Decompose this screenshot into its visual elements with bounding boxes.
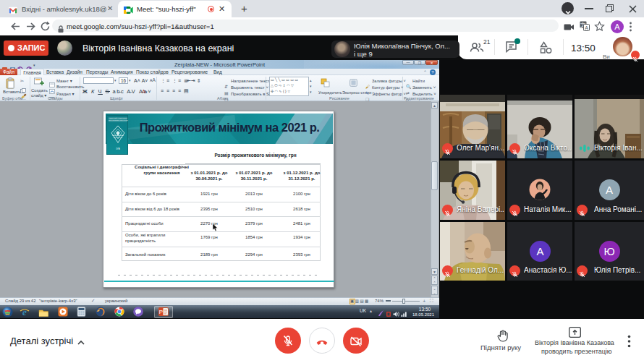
svg-text:A: A xyxy=(585,25,588,30)
svg-text:P: P xyxy=(159,309,163,315)
svg-text:e: e xyxy=(22,307,27,317)
